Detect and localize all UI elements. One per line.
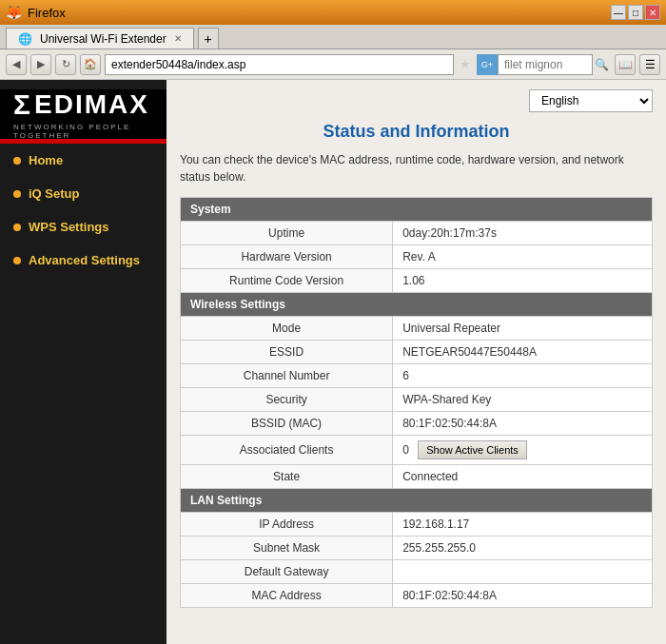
default-gateway-label: Default Gateway [181,560,393,584]
ip-address-value: 192.168.1.17 [393,513,653,537]
title-bar-text: Firefox [28,6,66,20]
table-row: Channel Number 6 [181,364,653,388]
sidebar-item-label: iQ Setup [29,186,79,201]
nav-bar: ◀ ▶ ↻ 🏠 ★ G+ 🔍 📖 ☰ [0,49,666,80]
sidebar-item-label: Home [29,153,63,167]
table-row: ESSID NETGEAR50447E50448A [181,341,653,364]
tab-bar: 🌐 Universal Wi-Fi Extender ✕ + [0,25,666,49]
table-row: Runtime Code Version 1.06 [181,269,653,293]
mode-label: Mode [181,317,393,341]
close-button[interactable]: ✕ [645,5,660,20]
back-button[interactable]: ◀ [6,54,27,75]
bullet-icon [13,190,21,198]
language-selector-row: English [180,89,653,112]
bullet-icon [13,224,21,231]
tab-label: Universal Wi-Fi Extender [40,32,166,46]
bssid-value: 80:1F:02:50:44:8A [393,412,653,436]
table-row: IP Address 192.168.1.17 [181,513,653,537]
ip-address-label: IP Address [181,513,393,537]
bullet-icon [13,157,21,165]
page-title: Status and Information [180,122,653,142]
sidebar-item-label: Advanced Settings [29,253,140,267]
bssid-label: BSSID (MAC) [181,412,393,436]
runtime-code-label: Runtime Code Version [181,269,393,293]
associated-clients-value: 0 Show Active Clients [393,436,653,465]
forward-button[interactable]: ▶ [30,54,51,75]
table-row: Hardware Version Rev. A [181,245,653,269]
search-input[interactable] [498,54,593,75]
sidebar-item-iq-setup[interactable]: iQ Setup [0,177,166,210]
tab-close-button[interactable]: ✕ [174,33,182,44]
hardware-version-value: Rev. A [393,245,653,269]
channel-value: 6 [393,364,653,388]
state-value: Connected [393,465,653,489]
channel-label: Channel Number [181,364,393,388]
address-bar[interactable] [105,54,454,75]
maximize-button[interactable]: □ [628,5,643,20]
sidebar: Σ EDIMAX NETWORKING PEOPLE TOGETHER Home… [0,80,166,644]
security-label: Security [181,388,393,412]
active-tab[interactable]: 🌐 Universal Wi-Fi Extender ✕ [6,28,194,49]
subnet-mask-value: 255.255.255.0 [393,537,653,560]
logo-sigma: Σ [13,88,32,121]
title-bar: 🦊 Firefox — □ ✕ [0,0,666,25]
search-group: G+ 🔍 [477,54,609,75]
logo-name: EDIMAX [34,89,149,120]
table-row: Mode Universal Repeater [181,317,653,341]
uptime-value: 0day:20h:17m:37s [393,222,653,245]
sidebar-item-home[interactable]: Home [0,144,166,177]
mode-value: Universal Repeater [393,317,653,341]
sidebar-item-label: WPS Settings [29,220,109,234]
language-select[interactable]: English [529,89,653,112]
state-label: State [181,465,393,489]
associated-clients-label: Associated Clients [181,436,393,465]
logo-bar: Σ EDIMAX NETWORKING PEOPLE TOGETHER [0,89,166,139]
uptime-label: Uptime [181,222,393,245]
page-description: You can check the device's MAC address, … [180,151,653,185]
content-area: English Status and Information You can c… [166,80,666,644]
reload-button[interactable]: ↻ [55,54,76,75]
tab-favicon: 🌐 [18,32,32,46]
table-row: Subnet Mask 255.255.255.0 [181,537,653,560]
menu-icon[interactable]: ☰ [639,54,660,75]
system-section-header: System [181,198,653,222]
table-row: Default Gateway [181,560,653,584]
security-value: WPA-Shared Key [393,388,653,412]
clients-count: 0 [402,443,409,457]
hardware-version-label: Hardware Version [181,245,393,269]
table-row: State Connected [181,465,653,489]
table-row: Uptime 0day:20h:17m:37s [181,222,653,245]
minimize-button[interactable]: — [611,5,626,20]
essid-label: ESSID [181,341,393,364]
table-row: BSSID (MAC) 80:1F:02:50:44:8A [181,412,653,436]
show-active-clients-button[interactable]: Show Active Clients [418,440,527,459]
main-container: Σ EDIMAX NETWORKING PEOPLE TOGETHER Home… [0,80,666,644]
search-go-icon[interactable]: 🔍 [595,58,609,71]
firefox-icon: 🦊 [6,5,22,20]
search-engine-icon: G+ [477,54,498,75]
lan-section-header: LAN Settings [181,489,653,513]
table-row: Security WPA-Shared Key [181,388,653,412]
bookmark-icon[interactable]: 📖 [615,54,636,75]
window-controls: — □ ✕ [611,5,660,20]
logo-tagline: NETWORKING PEOPLE TOGETHER [13,123,153,140]
runtime-code-value: 1.06 [393,269,653,293]
essid-value: NETGEAR50447E50448A [393,341,653,364]
status-table: System Uptime 0day:20h:17m:37s Hardware … [180,197,653,608]
table-row: Associated Clients 0 Show Active Clients [181,436,653,465]
table-row: MAC Address 80:1F:02:50:44:8A [181,584,653,608]
sidebar-item-wps-settings[interactable]: WPS Settings [0,210,166,244]
sidebar-item-advanced-settings[interactable]: Advanced Settings [0,244,166,277]
new-tab-button[interactable]: + [198,28,219,49]
wireless-section-header: Wireless Settings [181,293,653,317]
default-gateway-value [393,560,653,584]
mac-address-label: MAC Address [181,584,393,608]
subnet-mask-label: Subnet Mask [181,537,393,560]
home-nav-button[interactable]: 🏠 [80,54,101,75]
logo: Σ EDIMAX NETWORKING PEOPLE TOGETHER [13,88,153,140]
mac-address-value: 80:1F:02:50:44:8A [393,584,653,608]
bullet-icon [13,257,21,264]
